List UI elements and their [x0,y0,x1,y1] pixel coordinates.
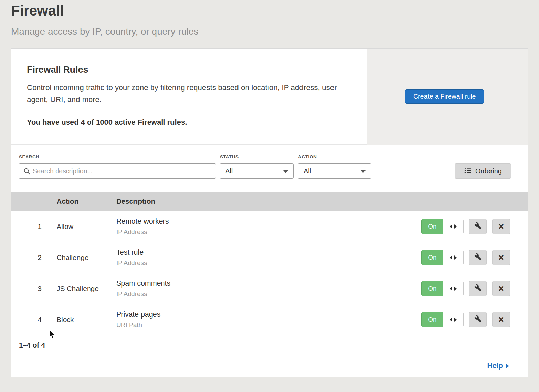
arrow-right-icon [506,364,509,368]
rule-action: Allow [57,211,73,242]
firewall-rules-panel: Create a Firewall rule Firewall Rules Co… [11,49,528,145]
action-select-value: All [304,167,311,175]
column-header-action: Action [57,197,78,205]
delete-rule-button[interactable]: ✕ [492,312,510,327]
toggle-on-label[interactable]: On [421,281,443,296]
edit-rule-button[interactable] [469,250,487,265]
edit-rule-button[interactable] [469,219,487,234]
toggle-on-label[interactable]: On [421,250,443,265]
ordering-button[interactable]: Ordering [455,163,511,179]
wrench-icon [474,253,482,262]
column-header-description: Description [116,197,155,205]
close-icon: ✕ [498,222,504,231]
rule-description: Remote workers IP Address [116,211,169,242]
delete-rule-button[interactable]: ✕ [492,219,510,234]
rule-toggle[interactable]: On [421,312,464,327]
create-firewall-rule-button[interactable]: Create a Firewall rule [405,89,484,104]
rule-number: 1 [34,211,46,242]
pagination-bar: 1–4 of 4 [11,335,528,355]
rule-type: IP Address [116,228,169,236]
firewall-rules-usage: You have used 4 of 1000 active Firewall … [27,118,187,127]
table-header: Action Description [11,192,528,211]
pagination-text: 1–4 of 4 [19,341,45,349]
search-label: SEARCH [19,154,39,159]
rule-number: 2 [34,242,46,273]
firewall-rules-description: Control incoming traffic to your zone by… [27,82,347,106]
delete-rule-button[interactable]: ✕ [492,250,510,265]
help-bar: Help [11,355,528,377]
rule-toggle[interactable]: On [421,250,464,265]
help-link[interactable]: Help [487,362,509,370]
rule-number: 4 [34,304,46,335]
wrench-icon [474,284,482,293]
toggle-arrows-icon[interactable] [443,281,464,296]
status-select-value: All [225,167,233,175]
rule-title: Remote workers [116,217,169,226]
action-select[interactable]: All [298,163,371,179]
toggle-on-label[interactable]: On [421,312,443,327]
close-icon: ✕ [498,284,504,293]
status-label: STATUS [220,154,239,159]
rule-toggle[interactable]: On [421,281,464,296]
table-row: 3 JS Challenge Spam comments IP Address … [11,273,528,304]
page-subtitle: Manage access by IP, country, or query r… [11,26,198,37]
rule-action: Block [57,304,74,335]
status-select[interactable]: All [220,163,294,179]
search-icon [23,168,31,175]
table-row: 4 Block Private pages URI Path On ✕ [11,304,528,335]
ordering-button-label: Ordering [475,167,502,175]
chevron-down-icon [361,170,366,173]
rule-description: Test rule IP Address [116,242,147,273]
toggle-arrows-icon[interactable] [443,312,464,327]
rule-title: Private pages [116,310,160,319]
firewall-rules-heading: Firewall Rules [27,65,88,75]
help-link-label: Help [487,362,503,370]
rule-title: Spam comments [116,279,170,288]
rule-title: Test rule [116,248,147,257]
create-rule-panel: Create a Firewall rule [367,49,528,145]
rule-number: 3 [34,273,46,304]
edit-rule-button[interactable] [469,281,487,296]
table-row: 2 Challenge Test rule IP Address On ✕ [11,242,528,273]
rule-action: JS Challenge [57,273,99,304]
rule-description: Spam comments IP Address [116,273,170,304]
toggle-arrows-icon[interactable] [443,219,464,234]
rule-type: IP Address [116,259,147,267]
rule-action: Challenge [57,242,89,273]
toggle-arrows-icon[interactable] [443,250,464,265]
wrench-icon [474,315,482,324]
search-input[interactable] [31,164,216,178]
rule-description: Private pages URI Path [116,304,160,335]
table-row: 1 Allow Remote workers IP Address On ✕ [11,211,528,242]
rule-toggle[interactable]: On [421,219,464,234]
rule-type: URI Path [116,321,160,329]
action-label: ACTION [298,154,317,159]
firewall-card: Create a Firewall rule Firewall Rules Co… [11,48,528,377]
chevron-down-icon [283,170,288,173]
page-title: Firewall [11,3,64,19]
search-box [19,163,216,179]
delete-rule-button[interactable]: ✕ [492,281,510,296]
wrench-icon [474,222,482,231]
filters-bar: SEARCH STATUS ACTION All All Ordering [11,145,528,192]
edit-rule-button[interactable] [469,312,487,327]
ordering-list-icon [464,167,472,175]
close-icon: ✕ [498,315,504,324]
close-icon: ✕ [498,253,504,262]
toggle-on-label[interactable]: On [421,219,443,234]
rule-type: IP Address [116,290,170,298]
